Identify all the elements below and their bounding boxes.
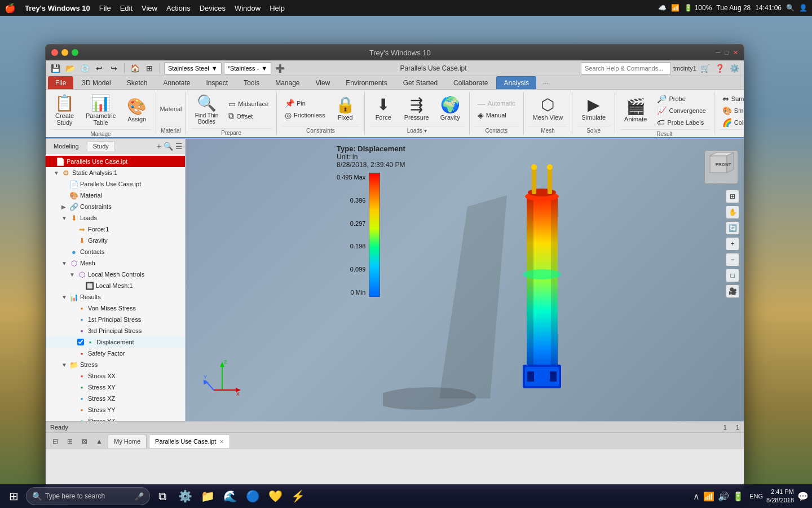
open-icon[interactable]: 📂 bbox=[64, 62, 76, 75]
doc-tab[interactable]: Parallels Use Case.ipt ✕ bbox=[149, 435, 230, 448]
color-bar-button[interactable]: 🌈 Color Bar bbox=[719, 117, 744, 128]
same-scale-button[interactable]: ⇔ Same Scale bbox=[719, 93, 744, 104]
tree-constraints[interactable]: ▶ 🔗 Constraints bbox=[46, 201, 185, 212]
fit-all-button[interactable]: ⊞ bbox=[726, 190, 739, 203]
undo-icon[interactable]: ↩ bbox=[93, 62, 105, 75]
split-button[interactable]: ⊠ bbox=[78, 435, 91, 448]
tree-force1[interactable]: ➡ Force:1 bbox=[46, 224, 185, 235]
window-menu[interactable]: Window bbox=[235, 4, 261, 12]
tree-stress-group[interactable]: ▼ 📁 Stress bbox=[46, 359, 185, 370]
manual-button[interactable]: ◈ Manual bbox=[474, 110, 519, 121]
taskbar-settings-icon[interactable]: ⚙️ bbox=[175, 486, 195, 506]
tree-mesh[interactable]: ▼ ⬡ Mesh bbox=[46, 257, 185, 269]
pin-button[interactable]: 📌 Pin bbox=[281, 98, 329, 109]
parametric-table-button[interactable]: 📊 ParametricTable bbox=[81, 93, 120, 128]
actions-menu[interactable]: Actions bbox=[166, 4, 191, 12]
tree-stress-yz[interactable]: ▪ Stress YZ bbox=[46, 415, 185, 421]
pressure-button[interactable]: ⇶ Pressure bbox=[400, 95, 434, 123]
material-dropdown[interactable]: Stainless Steel ▼ bbox=[164, 62, 222, 75]
redo-icon[interactable]: ↪ bbox=[108, 62, 120, 75]
add-icon[interactable]: ➕ bbox=[273, 62, 286, 75]
search-panel-icon[interactable]: 🔍 bbox=[164, 142, 173, 151]
tree-stress-xz[interactable]: ▪ Stress XZ bbox=[46, 393, 185, 404]
zoom-out-button[interactable]: − bbox=[726, 253, 739, 266]
view-cube[interactable]: FRONT bbox=[704, 150, 738, 184]
tree-part[interactable]: 📄 Parallels Use Case.ipt bbox=[46, 178, 185, 190]
tree-local-mesh1[interactable]: 🔲 Local Mesh:1 bbox=[46, 280, 185, 291]
midsurface-button[interactable]: ▭ Midsurface bbox=[225, 98, 272, 110]
add-panel-icon[interactable]: + bbox=[157, 142, 161, 151]
taskbar-browser-icon[interactable]: 🌊 bbox=[220, 486, 240, 506]
taskbar-app2-icon[interactable]: ⚡ bbox=[288, 486, 308, 506]
settings-icon[interactable]: ⚙️ bbox=[728, 62, 740, 75]
maximize-button[interactable] bbox=[72, 49, 78, 56]
study-tab[interactable]: Study bbox=[87, 141, 115, 151]
create-study-button[interactable]: 📋 CreateStudy bbox=[50, 93, 79, 128]
arrange-button[interactable]: ▲ bbox=[93, 435, 105, 448]
tab-getstarted[interactable]: Get Started bbox=[396, 76, 445, 89]
clock-area[interactable]: 2:41 PM 8/28/2018 bbox=[766, 488, 794, 505]
tree-gravity[interactable]: ⬇ Gravity bbox=[46, 235, 185, 246]
tree-displacement[interactable]: ▪ Displacement bbox=[46, 336, 185, 348]
tree-root[interactable]: 📄 Parallels Use Case.ipt bbox=[46, 156, 185, 167]
task-view-button[interactable]: ⧉ bbox=[152, 486, 173, 506]
tree-safety-factor[interactable]: ▪ Safety Factor bbox=[46, 348, 185, 359]
devices-menu[interactable]: Devices bbox=[200, 4, 226, 12]
edit-menu[interactable]: Edit bbox=[120, 4, 133, 12]
tree-results[interactable]: ▼ 📊 Results bbox=[46, 291, 185, 303]
simulate-button[interactable]: ▶ Simulate bbox=[577, 95, 610, 123]
taskbar-app1-icon[interactable]: 💛 bbox=[265, 486, 285, 506]
home-icon[interactable]: 🏠 bbox=[129, 62, 141, 75]
pan-button[interactable]: ✋ bbox=[726, 205, 739, 219]
convergence-button[interactable]: 📈 Convergence bbox=[654, 105, 709, 116]
probe-labels-button[interactable]: 🏷 Probe Labels bbox=[654, 117, 709, 128]
chevron-icon[interactable]: ∧ bbox=[693, 491, 700, 502]
tree-stress-yy[interactable]: ▪ Stress YY bbox=[46, 404, 185, 415]
tab-view[interactable]: View bbox=[308, 76, 338, 89]
close-button[interactable] bbox=[51, 49, 58, 56]
tile-horizontal-button[interactable]: ⊟ bbox=[49, 435, 61, 448]
tab-sketch[interactable]: Sketch bbox=[120, 76, 155, 89]
notification-icon[interactable]: 💬 bbox=[797, 491, 809, 502]
search-input[interactable] bbox=[581, 62, 671, 75]
menu-panel-icon[interactable]: ☰ bbox=[175, 142, 183, 151]
tree-von-mises[interactable]: ▪ Von Mises Stress bbox=[46, 303, 185, 314]
zoom-in-button[interactable]: + bbox=[726, 237, 739, 251]
tree-1st-principal[interactable]: ▪ 1st Principal Stress bbox=[46, 314, 185, 325]
model-viewport[interactable] bbox=[383, 150, 693, 421]
tab-annotate[interactable]: Annotate bbox=[156, 76, 197, 89]
tile-vertical-button[interactable]: ⊞ bbox=[64, 435, 76, 448]
fixed-button[interactable]: 🔒 Fixed bbox=[331, 95, 360, 123]
save-icon[interactable]: 💿 bbox=[78, 62, 91, 75]
tab-inspect[interactable]: Inspect bbox=[198, 76, 235, 89]
tab-file[interactable]: File bbox=[48, 76, 73, 89]
camera-button[interactable]: 🎥 bbox=[726, 284, 739, 298]
tab-manage[interactable]: Manage bbox=[268, 76, 307, 89]
force-button[interactable]: ⬇ Force bbox=[369, 95, 398, 123]
ribbon-more-icon[interactable]: ⋯ bbox=[540, 77, 552, 89]
automatic-button[interactable]: — Automatic bbox=[474, 98, 519, 109]
orbit-button[interactable]: 🔄 bbox=[726, 221, 739, 235]
mesh-view-button[interactable]: ⬡ Mesh View bbox=[528, 95, 568, 123]
tab-tools[interactable]: Tools bbox=[236, 76, 267, 89]
modeling-tab[interactable]: Modeling bbox=[48, 142, 85, 151]
tab-3dmodel[interactable]: 3D Model bbox=[74, 76, 118, 89]
assign-button[interactable]: 🎨 Assign bbox=[122, 97, 151, 125]
tree-contacts[interactable]: ● Contacts bbox=[46, 246, 185, 257]
doc-tab-close[interactable]: ✕ bbox=[219, 439, 224, 445]
offset-button[interactable]: ⧉ Offset bbox=[225, 110, 272, 122]
tree-stress-xx[interactable]: ▪ Stress XX bbox=[46, 370, 185, 382]
help-icon[interactable]: ❓ bbox=[713, 62, 726, 75]
animate-button[interactable]: 🎬 Animate bbox=[620, 97, 651, 125]
smooth-shading-button[interactable]: 🎨 Smooth Shading ▼ bbox=[719, 105, 744, 116]
taskbar-search[interactable]: 🔍 Type here to search 🎤 bbox=[26, 487, 150, 505]
find-thin-bodies-button[interactable]: 🔍 Find ThinBodies bbox=[191, 93, 223, 127]
tree-3rd-principal[interactable]: ▪ 3rd Principal Stress bbox=[46, 325, 185, 336]
taskbar-files-icon[interactable]: 📁 bbox=[197, 486, 218, 506]
my-home-tab[interactable]: My Home bbox=[108, 435, 147, 448]
view-menu[interactable]: View bbox=[142, 4, 157, 12]
tab-environments[interactable]: Environments bbox=[338, 76, 394, 89]
tab-analysis[interactable]: Analysis bbox=[496, 76, 536, 89]
volume-icon[interactable]: 🔊 bbox=[718, 491, 729, 502]
minimize-button[interactable] bbox=[61, 49, 68, 56]
